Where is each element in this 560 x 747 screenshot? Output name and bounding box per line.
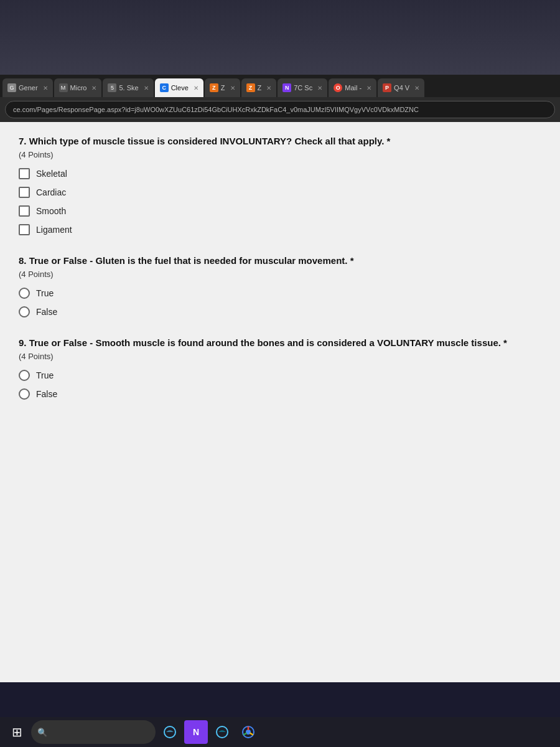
option-true-8-label: True bbox=[36, 288, 54, 298]
option-true-9-label: True bbox=[36, 370, 54, 380]
tab-mail[interactable]: O Mail - ✕ bbox=[329, 78, 376, 97]
option-true-8[interactable]: True bbox=[19, 288, 541, 299]
tab-cleve[interactable]: C Cleve ✕ bbox=[155, 78, 203, 97]
question-9-number: 9. bbox=[19, 337, 27, 348]
tab-5ske[interactable]: 5 5. Ske ✕ bbox=[103, 78, 153, 97]
option-cardiac[interactable]: Cardiac bbox=[19, 187, 541, 198]
browser-window: G Gener ✕ M Micro ✕ 5 5. Ske ✕ C Cleve ✕… bbox=[0, 75, 560, 122]
tab-cleve-label: Cleve bbox=[171, 84, 189, 92]
page-content: 7. Which type of muscle tissue is consid… bbox=[0, 122, 560, 682]
option-false-8-label: False bbox=[36, 307, 57, 317]
top-bezel bbox=[0, 0, 560, 75]
tab-gener-favicon: G bbox=[7, 83, 16, 92]
address-bar-row: ce.com/Pages/ResponsePage.aspx?id=j8uWO0… bbox=[0, 97, 560, 122]
tab-z2-favicon: Z bbox=[246, 83, 255, 92]
option-ligament-label: Ligament bbox=[36, 225, 72, 235]
search-button[interactable]: 🔍 bbox=[31, 720, 156, 744]
question-9-text: True or False - Smooth muscle is found a… bbox=[29, 337, 507, 348]
option-false-9[interactable]: False bbox=[19, 388, 541, 400]
taskbar-chrome-icon[interactable] bbox=[236, 720, 260, 744]
tab-mail-close[interactable]: ✕ bbox=[366, 85, 371, 92]
tab-q4-close[interactable]: ✕ bbox=[414, 85, 419, 92]
tab-z1[interactable]: Z Z ✕ bbox=[205, 78, 240, 97]
option-ligament[interactable]: Ligament bbox=[19, 224, 541, 235]
address-bar[interactable]: ce.com/Pages/ResponsePage.aspx?id=j8uWO0… bbox=[5, 101, 555, 118]
taskbar-edge2-icon[interactable] bbox=[210, 720, 234, 744]
question-8-title: 8. True or False - Gluten is the fuel th… bbox=[19, 254, 541, 267]
tab-5ske-close[interactable]: ✕ bbox=[144, 85, 149, 92]
radio-false-8[interactable] bbox=[19, 306, 30, 317]
tab-bar: G Gener ✕ M Micro ✕ 5 5. Ske ✕ C Cleve ✕… bbox=[0, 75, 560, 97]
tab-z2-label: Z bbox=[258, 84, 262, 92]
tab-7csc[interactable]: N 7C Sc ✕ bbox=[278, 78, 327, 97]
tab-micro-label: Micro bbox=[70, 84, 87, 92]
question-8-text: True or False - Gluten is the fuel that … bbox=[29, 255, 354, 266]
tab-7csc-close[interactable]: ✕ bbox=[317, 85, 322, 92]
tab-micro-favicon: M bbox=[59, 83, 68, 92]
search-icon: 🔍 bbox=[37, 728, 47, 737]
tab-micro[interactable]: M Micro ✕ bbox=[54, 78, 102, 97]
tab-z1-close[interactable]: ✕ bbox=[230, 85, 235, 92]
tab-q4[interactable]: P Q4 V ✕ bbox=[378, 78, 424, 97]
question-9-points: (4 Points) bbox=[19, 352, 541, 361]
tab-q4-favicon: P bbox=[383, 83, 391, 92]
question-7-points: (4 Points) bbox=[19, 150, 541, 159]
tab-z1-label: Z bbox=[221, 84, 225, 92]
start-button[interactable]: ⊞ bbox=[5, 720, 29, 744]
question-7-text: Which type of muscle tissue is considere… bbox=[29, 136, 391, 146]
tab-q4-label: Q4 V bbox=[394, 84, 409, 92]
question-8-points: (4 Points) bbox=[19, 270, 541, 279]
question-8-number: 8. bbox=[19, 255, 27, 266]
checkbox-cardiac[interactable] bbox=[19, 187, 30, 198]
tab-mail-label: Mail - bbox=[345, 84, 362, 92]
tab-5ske-favicon: 5 bbox=[108, 83, 116, 92]
checkbox-smooth[interactable] bbox=[19, 205, 30, 217]
tab-7csc-label: 7C Sc bbox=[294, 84, 312, 92]
radio-true-9[interactable] bbox=[19, 370, 30, 381]
tab-7csc-favicon: N bbox=[282, 83, 291, 92]
checkbox-skeletal[interactable] bbox=[19, 168, 30, 179]
question-7-block: 7. Which type of muscle tissue is consid… bbox=[19, 134, 541, 235]
tab-5ske-label: 5. Ske bbox=[119, 84, 138, 92]
option-smooth-label: Smooth bbox=[36, 206, 66, 216]
tab-z2-close[interactable]: ✕ bbox=[266, 85, 271, 92]
address-bar-text: ce.com/Pages/ResponsePage.aspx?id=j8uWO0… bbox=[13, 106, 419, 113]
tab-gener-label: Gener bbox=[19, 84, 38, 92]
question-7-title: 7. Which type of muscle tissue is consid… bbox=[19, 134, 541, 148]
radio-true-8[interactable] bbox=[19, 288, 30, 299]
option-smooth[interactable]: Smooth bbox=[19, 205, 541, 217]
tab-z1-favicon: Z bbox=[210, 83, 218, 92]
question-9-block: 9. True or False - Smooth muscle is foun… bbox=[19, 336, 541, 400]
tab-micro-close[interactable]: ✕ bbox=[91, 85, 96, 92]
tab-gener-close[interactable]: ✕ bbox=[43, 85, 48, 92]
taskbar-notepad-icon[interactable]: N bbox=[184, 720, 208, 744]
question-8-block: 8. True or False - Gluten is the fuel th… bbox=[19, 254, 541, 317]
tab-cleve-favicon: C bbox=[160, 83, 169, 92]
option-false-8[interactable]: False bbox=[19, 306, 541, 317]
option-true-9[interactable]: True bbox=[19, 370, 541, 381]
option-false-9-label: False bbox=[36, 389, 57, 399]
tab-mail-favicon: O bbox=[334, 83, 342, 92]
taskbar-edge-icon[interactable] bbox=[158, 720, 182, 744]
question-9-title: 9. True or False - Smooth muscle is foun… bbox=[19, 336, 541, 349]
question-7-number: 7. bbox=[19, 136, 27, 146]
option-skeletal-label: Skeletal bbox=[36, 169, 67, 179]
radio-false-9[interactable] bbox=[19, 388, 30, 400]
tab-gener[interactable]: G Gener ✕ bbox=[2, 78, 53, 97]
option-skeletal[interactable]: Skeletal bbox=[19, 168, 541, 179]
taskbar: ⊞ 🔍 N bbox=[0, 717, 560, 747]
checkbox-ligament[interactable] bbox=[19, 224, 30, 235]
tab-cleve-close[interactable]: ✕ bbox=[194, 85, 198, 92]
option-cardiac-label: Cardiac bbox=[36, 187, 66, 197]
tab-z2[interactable]: Z Z ✕ bbox=[241, 78, 277, 97]
